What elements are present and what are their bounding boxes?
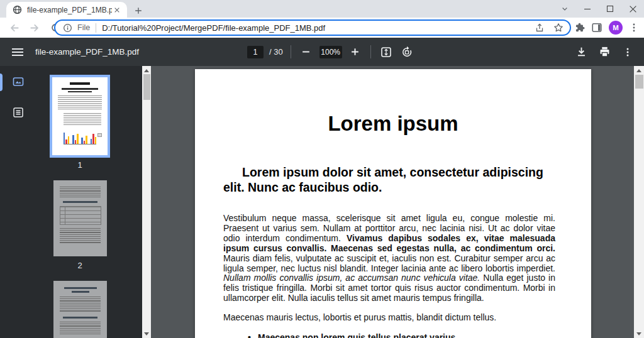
scroll-up-icon[interactable]	[634, 66, 644, 75]
thumb1-chart-legend	[97, 133, 102, 137]
toolbar-separator	[370, 45, 371, 58]
navigation-buttons	[0, 20, 63, 35]
omnibox-actions	[535, 23, 564, 33]
side-panel-icon[interactable]	[591, 22, 602, 33]
document-bullet-item: Maecenas non lorem quis tellus placerat …	[258, 332, 555, 338]
thumb1-subtitle-line	[68, 91, 92, 93]
share-icon[interactable]	[535, 23, 545, 33]
tab-search-chevron-icon[interactable]	[553, 0, 576, 18]
viewer-icon-strip	[0, 66, 35, 338]
scroll-down-icon[interactable]	[142, 329, 151, 338]
zoom-level-value[interactable]: 100%	[319, 46, 342, 58]
thumbnail-1-page-number: 1	[50, 160, 110, 170]
back-icon[interactable]	[6, 20, 21, 35]
download-icon[interactable]	[574, 45, 589, 60]
thumb1-subtitle-line	[62, 88, 98, 90]
document-heading: Lorem ipsum	[195, 112, 591, 136]
thumb3-heading-line	[64, 287, 97, 289]
thumb2-heading-line	[63, 201, 97, 203]
maximize-button[interactable]	[599, 0, 621, 18]
browser-toolbar: File D:/Tutorial%20Project/MergePDF/file…	[0, 18, 644, 38]
tab-favicon-globe-icon	[13, 5, 22, 14]
minimize-button[interactable]	[576, 0, 599, 18]
thumb1-paragraph-lines	[58, 95, 102, 111]
thumb3-paragraph-lines	[60, 322, 101, 334]
rotate-icon[interactable]	[399, 45, 414, 60]
bookmark-star-icon[interactable]	[553, 23, 564, 33]
browser-actions: M	[574, 18, 639, 38]
address-bar[interactable]: File D:/Tutorial%20Project/MergePDF/file…	[54, 19, 571, 36]
thumbnail-page-2[interactable]	[53, 180, 107, 256]
toolbar-separator	[291, 45, 291, 58]
thumb2-table-sketch	[60, 206, 101, 225]
pdf-more-kebab-icon[interactable]	[620, 45, 635, 60]
url-text: D:/Tutorial%20Project/MergePDF/file-exam…	[102, 23, 530, 33]
extensions-puzzle-icon[interactable]	[574, 22, 585, 33]
page-count-label: / 30	[269, 47, 283, 57]
zoom-in-icon[interactable]	[348, 45, 363, 60]
thumb1-title-line	[70, 82, 90, 85]
tab-title: file-example_PDF_1MB.pdf	[27, 6, 112, 14]
url-scheme-label: File	[77, 23, 90, 32]
site-info-icon[interactable]	[63, 23, 72, 33]
scrollbar-thumb[interactable]	[143, 74, 150, 100]
browser-tab[interactable]: file-example_PDF_1MB.pdf	[6, 2, 127, 18]
scroll-up-icon[interactable]	[142, 66, 151, 75]
thumbnail-panel: 1 2	[35, 66, 151, 338]
page-number-input[interactable]	[247, 46, 264, 58]
pdf-content-area: 1 2 Lorem ipsum Lorem ipsum dolor sit	[0, 66, 644, 338]
zoom-out-icon[interactable]	[299, 45, 314, 60]
thumb1-mini-bar-chart	[64, 128, 96, 144]
profile-avatar[interactable]: M	[609, 21, 623, 35]
thumbnail-page-3[interactable]	[53, 281, 107, 338]
pdf-menu-hamburger-icon[interactable]	[5, 40, 30, 65]
close-window-button[interactable]	[621, 0, 644, 18]
pdf-toolbar: file-example_PDF_1MB.pdf / 30 100%	[0, 38, 644, 66]
pdf-page-1: Lorem ipsum Lorem ipsum dolor sit amet, …	[195, 69, 591, 338]
hamburger-lines	[12, 46, 23, 58]
thumbnail-scrollbar[interactable]	[142, 66, 151, 338]
browser-menu-kebab-icon[interactable]	[629, 23, 639, 33]
document-subheading: Lorem ipsum dolor sit amet, consectetur …	[223, 165, 555, 195]
paragraph-segment-italic: Nullam mollis convallis ipsum, ac accums…	[223, 273, 480, 283]
document-paragraph-1: Vestibulum neque massa, scelerisque sit …	[223, 214, 555, 303]
omnibox-divider	[96, 23, 96, 33]
thumb3-heading-line	[72, 291, 89, 293]
window-controls	[553, 0, 644, 18]
pdf-document-title: file-example_PDF_1MB.pdf	[35, 47, 139, 57]
pdf-action-buttons	[574, 38, 635, 66]
forward-icon[interactable]	[27, 20, 42, 35]
paragraph-segment: Mauris diam felis, vulputate ac suscipit…	[223, 253, 555, 273]
tab-close-icon[interactable]	[112, 5, 122, 15]
tab-strip: file-example_PDF_1MB.pdf	[0, 0, 644, 18]
document-paragraph-2: Maecenas mauris lectus, lobortis et puru…	[223, 313, 555, 323]
pdf-main-view: Lorem ipsum Lorem ipsum dolor sit amet, …	[151, 66, 644, 338]
scrollbar-thumb[interactable]	[635, 75, 643, 89]
thumbnails-view-icon[interactable]	[11, 74, 26, 89]
document-scrollbar[interactable]	[634, 66, 644, 338]
thumb2-paragraph-lines	[60, 187, 101, 198]
thumb1-bullet-lines	[64, 113, 101, 126]
thumb3-paragraph-lines	[60, 297, 101, 313]
thumbnail-page-1[interactable]	[50, 75, 110, 158]
pdf-page-zoom-controls: / 30 100%	[247, 38, 414, 66]
selected-view-indicator	[0, 74, 3, 91]
print-icon[interactable]	[597, 45, 612, 60]
new-tab-button[interactable]	[131, 3, 146, 18]
thumb3-subheading-line	[63, 317, 97, 319]
thumb2-paragraph-lines	[60, 228, 101, 244]
thumbnail-2-page-number: 2	[50, 261, 110, 270]
document-outline-icon[interactable]	[11, 105, 26, 120]
fit-to-page-icon[interactable]	[379, 45, 394, 60]
scroll-down-icon[interactable]	[634, 329, 644, 338]
